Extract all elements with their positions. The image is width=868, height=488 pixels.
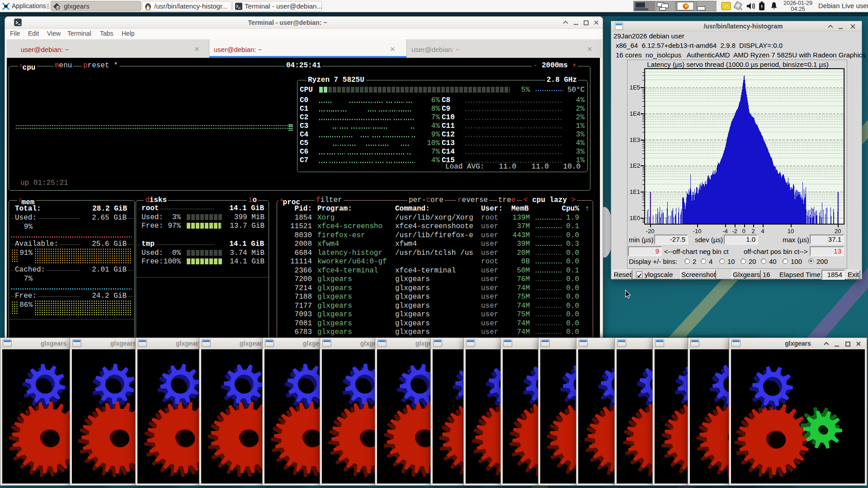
svg-text:16: 16 [56, 6, 60, 9]
